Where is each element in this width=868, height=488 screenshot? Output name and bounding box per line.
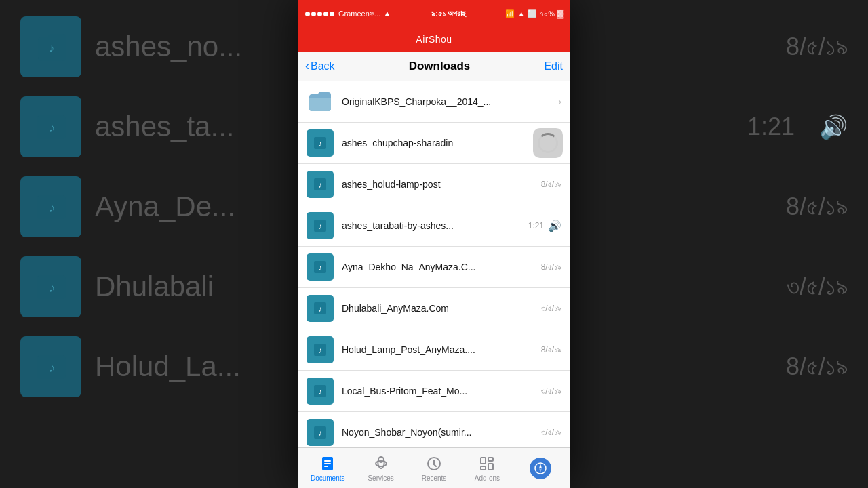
svg-rect-39 [488, 464, 493, 470]
bg-text-5: Holud_La... [95, 350, 241, 383]
bg-text-3: Ayna_De... [95, 190, 235, 223]
speaker-icon: 🔊 [548, 220, 561, 232]
list-item[interactable]: ♪ Ayna_Dekho_Na_AnyMaza.C... 8/৫/১৯ [298, 247, 570, 288]
music-file-icon: ♪ [307, 253, 334, 281]
tab-documents[interactable]: Documents [301, 454, 354, 482]
dot-3 [317, 12, 322, 16]
nav-title: Downloads [409, 60, 471, 73]
tab-recents-label: Recents [422, 474, 447, 482]
music-file-icon: ♪ [307, 171, 334, 198]
list-item[interactable]: ♪ Local_Bus-Pritom_Feat_Mo... ৩/৫/১৯ [298, 371, 570, 412]
folder-icon [307, 88, 334, 115]
svg-text:♪: ♪ [48, 280, 55, 295]
status-bar: Grameenফ... ▲ ৯:৫১ অপরাহু 📶 ▲ ⬜ ৭০% ▓ [298, 0, 570, 27]
svg-text:♪: ♪ [318, 304, 322, 314]
list-item[interactable]: ♪ Holud_Lamp_Post_AnyMaza.... 8/৫/১৯ [298, 329, 570, 371]
bg-icon-2: ♪ [20, 96, 81, 157]
status-left: Grameenফ... ▲ [305, 9, 391, 18]
svg-text:♪: ♪ [318, 428, 322, 438]
screen-icon: ⬜ [528, 9, 537, 18]
documents-icon [318, 454, 337, 473]
file-name: ashes_tarabati-by-ashes... [342, 220, 523, 231]
svg-text:♪: ♪ [318, 346, 322, 355]
svg-text:♪: ♪ [318, 180, 322, 190]
edit-button[interactable]: Edit [544, 60, 563, 73]
music-file-icon: ♪ [307, 419, 334, 446]
battery-label: ৭০% [540, 9, 555, 18]
spinner-circle [538, 133, 558, 153]
music-file-icon: ♪ [307, 336, 334, 363]
list-item[interactable]: ♪ Noyon_Shobar_Noyon(sumir... ৩/৫/১৯ [298, 412, 570, 447]
file-duration: 1:21 [528, 221, 544, 230]
file-date: ৩/৫/১৯ [541, 304, 561, 313]
tab-compass[interactable] [514, 458, 567, 479]
tab-bar: Documents Services Recents [298, 447, 570, 488]
bg-speaker-2: 🔊 [819, 113, 848, 140]
tab-services[interactable]: Services [354, 454, 407, 482]
music-file-icon: ♪ [307, 378, 334, 405]
dot-2 [311, 12, 316, 16]
location-icon: ▲ [517, 9, 525, 18]
list-item[interactable]: ♪ ashes_chupchap-sharadin [298, 123, 570, 164]
bg-icon-3: ♪ [20, 176, 81, 237]
compass-icon [530, 458, 551, 479]
carrier-label: Grameenফ... [338, 9, 380, 18]
tab-addons-label: Add-ons [475, 474, 500, 482]
phone-overlay: Grameenফ... ▲ ৯:৫১ অপরাহু 📶 ▲ ⬜ ৭০% ▓ Ai… [298, 0, 570, 488]
file-name: OriginalKBPS_Charpoka__2014_... [342, 96, 554, 107]
list-item[interactable]: ♪ Dhulabali_AnyMaza.Com ৩/৫/১৯ [298, 288, 570, 329]
file-date: 8/৫/১৯ [541, 345, 561, 354]
status-right: 📶 ▲ ⬜ ৭০% ▓ [505, 9, 563, 18]
svg-text:♪: ♪ [318, 139, 322, 148]
battery-icon: ▓ [557, 9, 563, 18]
back-button[interactable]: ‹ Back [305, 59, 335, 73]
list-item[interactable]: OriginalKBPS_Charpoka__2014_... › [298, 81, 570, 123]
dot-1 [305, 12, 310, 16]
music-file-icon: ♪ [307, 295, 334, 322]
file-name: Holud_Lamp_Post_AnyMaza.... [342, 344, 536, 355]
sim-icon: 📶 [505, 9, 515, 18]
tab-recents[interactable]: Recents [408, 454, 460, 482]
nav-bar: ‹ Back Downloads Edit [298, 52, 570, 81]
svg-rect-30 [324, 466, 328, 467]
bg-date-4: ৩/৫/১৯ [787, 272, 848, 301]
bg-date-1: 8/৫/১৯ [786, 33, 848, 61]
svg-rect-38 [481, 466, 486, 470]
svg-line-35 [434, 464, 436, 466]
loading-spinner [533, 128, 563, 158]
music-file-icon: ♪ [307, 212, 334, 239]
bg-date-5: 8/৫/১৯ [786, 352, 848, 381]
file-list: OriginalKBPS_Charpoka__2014_... › ♪ ashe… [298, 81, 570, 447]
bg-text-4: Dhulabali [95, 270, 214, 303]
file-name: Local_Bus-Pritom_Feat_Mo... [342, 386, 536, 396]
bg-icon-4: ♪ [20, 256, 81, 317]
file-date: ৩/৫/১৯ [541, 428, 561, 437]
music-file-icon: ♪ [307, 129, 334, 157]
back-chevron-icon: ‹ [305, 59, 309, 73]
svg-text:♪: ♪ [318, 387, 322, 396]
signal-dots [305, 12, 334, 16]
file-date: ৩/৫/১৯ [541, 386, 561, 396]
file-name: Dhulabali_AnyMaza.Com [342, 303, 536, 314]
list-item[interactable]: ♪ ashes_holud-lamp-post 8/৫/১৯ [298, 164, 570, 205]
svg-text:♪: ♪ [48, 120, 55, 135]
bg-icon-5: ♪ [20, 336, 81, 397]
svg-rect-37 [488, 458, 493, 461]
bg-text-2: ashes_ta... [95, 110, 234, 143]
airshou-title: AirShou [416, 34, 452, 45]
back-label: Back [311, 60, 335, 73]
airshou-bar: AirShou [298, 27, 570, 52]
file-name: ashes_holud-lamp-post [342, 179, 536, 190]
recents-icon [425, 454, 443, 473]
tab-addons[interactable]: Add-ons [460, 454, 513, 482]
svg-marker-42 [539, 468, 542, 473]
svg-text:♪: ♪ [48, 41, 54, 55]
bg-date-3: 8/৫/১৯ [786, 192, 848, 221]
list-item[interactable]: ♪ ashes_tarabati-by-ashes... 1:21 🔊 [298, 205, 570, 247]
svg-text:♪: ♪ [48, 200, 55, 215]
svg-rect-36 [481, 458, 486, 464]
wifi-icon: ▲ [383, 9, 391, 18]
file-date: 8/৫/১৯ [541, 180, 561, 189]
tab-services-label: Services [368, 474, 393, 482]
file-date: 8/৫/১৯ [541, 262, 561, 272]
